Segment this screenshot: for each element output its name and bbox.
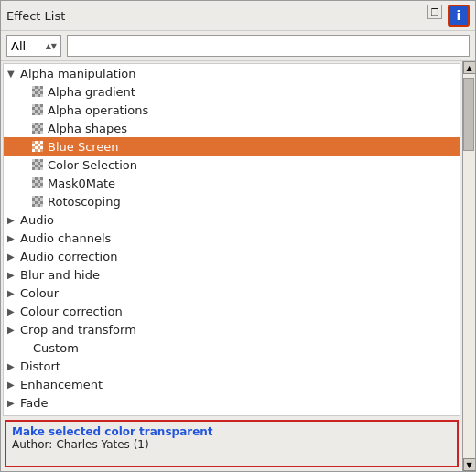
window-title: Effect List [6, 9, 65, 23]
scroll-track[interactable] [463, 74, 475, 458]
expand-arrow-icon: ▶ [7, 306, 20, 316]
group-crop-and-transform[interactable]: ▶ Crop and transform [4, 320, 460, 338]
group-distort[interactable]: ▶ Distort [4, 357, 460, 375]
group-label: Enhancement [20, 378, 103, 392]
group-label: Fade [20, 396, 49, 410]
author-value: Charles Yates (1) [56, 438, 148, 451]
item-label: Mask0Mate [48, 177, 115, 190]
group-label: Crop and transform [20, 323, 136, 337]
list-item[interactable]: Alpha operations [4, 101, 460, 119]
title-bar: Effect List ❐ i [1, 1, 475, 31]
effect-icon [31, 195, 44, 208]
info-button[interactable]: i [448, 5, 470, 27]
group-enhancement[interactable]: ▶ Enhancement [4, 375, 460, 393]
group-label: Colour correction [20, 305, 123, 318]
list-item[interactable]: Color Selection [4, 156, 460, 174]
effect-icon [31, 177, 44, 189]
group-custom[interactable]: Custom [4, 338, 460, 357]
group-label: Blur and hide [20, 268, 100, 282]
group-label: Audio [20, 213, 54, 227]
content-area: ▼ Alpha manipulation Alpha gradient Alph… [1, 61, 475, 471]
group-colour-correction[interactable]: ▶ Colour correction [4, 302, 460, 320]
item-label: Alpha operations [48, 103, 148, 117]
scroll-down-button[interactable]: ▼ [463, 458, 476, 471]
item-label: Blue Screen [48, 140, 119, 154]
expand-arrow-icon: ▶ [7, 361, 20, 371]
effect-icon [31, 103, 44, 116]
group-label: Audio correction [20, 250, 117, 263]
group-label: Audio channels [20, 231, 111, 245]
toolbar: All ▲▼ [1, 31, 475, 61]
window-controls: ❐ i [427, 5, 470, 27]
group-audio-channels[interactable]: ▶ Audio channels [4, 229, 460, 247]
list-item[interactable]: Mask0Mate [4, 174, 460, 192]
group-audio[interactable]: ▶ Audio [4, 210, 460, 229]
group-label: Custom [33, 341, 79, 355]
group-label: Colour [20, 286, 59, 300]
item-label: Alpha gradient [48, 85, 135, 99]
item-label: Alpha shapes [48, 122, 127, 135]
effect-icon [31, 122, 44, 134]
filter-dropdown[interactable]: All ▲▼ [6, 35, 61, 57]
group-blur-and-hide[interactable]: ▶ Blur and hide [4, 265, 460, 284]
group-colour[interactable]: ▶ Colour [4, 284, 460, 302]
scroll-thumb[interactable] [463, 78, 474, 151]
effect-list-window: Effect List ❐ i All ▲▼ ▼ Alpha manipulat… [0, 0, 476, 472]
expand-arrow-icon: ▶ [7, 233, 20, 243]
group-fade[interactable]: ▶ Fade [4, 393, 460, 412]
expand-arrow-icon: ▶ [7, 325, 20, 335]
effect-icon [31, 85, 44, 98]
expand-arrow-icon: ▼ [7, 69, 20, 79]
expand-arrow-icon: ▶ [7, 288, 20, 298]
effect-icon [31, 158, 44, 171]
restore-button[interactable]: ❐ [427, 5, 442, 19]
author-line: Author: Charles Yates (1) [12, 438, 451, 451]
group-alpha-manipulation[interactable]: ▼ Alpha manipulation [4, 64, 460, 82]
scrollbar[interactable]: ▲ ▼ [462, 61, 475, 471]
group-label: Distort [20, 359, 60, 373]
expand-arrow-icon: ▶ [7, 398, 20, 408]
filter-value: All [11, 39, 42, 53]
expand-arrow-icon: ▶ [7, 252, 20, 262]
list-item[interactable]: Alpha shapes [4, 119, 460, 137]
effect-description-panel: Make selected color transparent Author: … [5, 420, 459, 467]
effect-description: Make selected color transparent [12, 425, 451, 438]
list-item[interactable]: Alpha gradient [4, 82, 460, 101]
effect-icon [31, 140, 44, 153]
group-label: Alpha manipulation [20, 67, 136, 80]
list-item-blue-screen[interactable]: Blue Screen [4, 137, 460, 156]
expand-arrow-icon: ▶ [7, 380, 20, 390]
search-input[interactable] [67, 35, 470, 57]
item-label: Rotoscoping [48, 195, 121, 209]
list-item[interactable]: Rotoscoping [4, 192, 460, 210]
effect-list[interactable]: ▼ Alpha manipulation Alpha gradient Alph… [3, 63, 460, 416]
chevron-down-icon: ▲▼ [46, 42, 57, 50]
expand-arrow-icon: ▶ [7, 215, 20, 225]
expand-arrow-icon: ▶ [7, 270, 20, 280]
group-audio-correction[interactable]: ▶ Audio correction [4, 247, 460, 265]
scroll-up-button[interactable]: ▲ [463, 61, 476, 74]
author-label: Author: [12, 438, 52, 451]
item-label: Color Selection [48, 158, 137, 172]
